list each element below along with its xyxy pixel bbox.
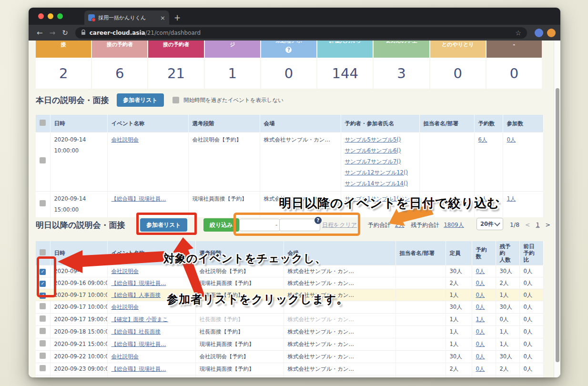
event-datetime: 2020-09-14 10:00:00 (50, 132, 107, 192)
row-checkbox[interactable]: ✓ (40, 281, 46, 287)
remaining-count: 0人 (496, 314, 519, 326)
event-name-link[interactable]: 【総合職】社長面接 (112, 328, 161, 335)
stat-card-header: - (487, 41, 542, 58)
event-datetime: 2020-09-16 09:00:00 (50, 277, 107, 289)
column-header: 前日 予約比 (519, 241, 543, 265)
selection-stage: 会社説明会【予約】 (188, 132, 260, 192)
reserved-count-link[interactable]: 6人 (478, 136, 487, 143)
selection-stage: 会社説明会【予約】 (195, 265, 284, 277)
participant-link[interactable]: サンプル7サンプル7() (345, 156, 416, 167)
reserved-count-link[interactable]: 1人 (478, 195, 487, 202)
page-next[interactable]: > (546, 221, 550, 228)
row-checkbox[interactable] (40, 315, 46, 322)
row-checkbox[interactable] (40, 249, 46, 255)
row-checkbox[interactable] (40, 303, 46, 309)
reserved-count-link[interactable]: 0人 (476, 366, 485, 372)
filter-button[interactable]: 絞り込み (203, 218, 239, 232)
profile-avatar[interactable] (535, 29, 543, 37)
event-name-link[interactable]: 【総合職】人事面接 (112, 292, 161, 298)
row-checkbox[interactable] (40, 120, 46, 126)
stat-card-value: 144 (317, 58, 373, 89)
participant-link[interactable]: サンプル5サンプル5() (345, 134, 416, 145)
minimize-window-icon[interactable] (48, 13, 53, 19)
close-window-icon[interactable] (38, 13, 44, 19)
reserved-count-link[interactable]: 1人 (476, 316, 485, 323)
scrollbar-track[interactable] (554, 41, 560, 377)
clear-dates-link[interactable]: 日程をクリア (322, 221, 357, 229)
tab-close-icon[interactable]: × (160, 14, 165, 21)
attended-count-link[interactable]: 0人 (507, 136, 516, 143)
event-name-link[interactable]: 【総合職】現場社員… (112, 341, 166, 347)
event-name-link[interactable]: 【総合職】現場社員… (112, 195, 166, 202)
page-prev[interactable]: < (525, 221, 530, 228)
lock-icon (81, 28, 86, 37)
reserved-total-value[interactable]: 2人 (395, 222, 405, 228)
new-tab-icon[interactable]: + (174, 11, 181, 24)
secondary-avatar[interactable] (547, 29, 556, 37)
participant-link[interactable]: サンプル12サンプル12() (345, 167, 416, 178)
reserved-count-link[interactable]: 0人 (476, 292, 485, 298)
reserved-count-link[interactable]: 0人 (476, 268, 485, 274)
row-checkbox[interactable]: ✓ (40, 269, 46, 275)
url-path: /21/com/dashboard (145, 30, 201, 36)
staff-name (395, 338, 446, 351)
hide-past-events-checkbox[interactable] (172, 97, 179, 103)
row-checkbox[interactable] (40, 353, 46, 359)
reserved-count-link[interactable]: 0人 (476, 328, 485, 335)
page-size-select[interactable]: 20件 (476, 218, 503, 230)
reserved-count-link[interactable]: 0人 (476, 341, 485, 347)
row-checkbox[interactable] (40, 365, 46, 371)
back-icon[interactable]: ← (37, 29, 43, 37)
today-participants-button[interactable]: 参加者リスト (117, 93, 164, 107)
row-checkbox[interactable] (40, 157, 46, 163)
event-name-link[interactable]: 会社説明会 (112, 304, 139, 310)
today-table-head: 日時イベント名称選考段階会場予約者・参加者氏名担当者名/部署予約数参加数 (36, 115, 543, 132)
event-name-link[interactable]: 【確定】面接 小菅まこ (112, 316, 168, 323)
bookmark-star-icon[interactable]: ☆ (515, 29, 521, 37)
day-before-ratio: 0人 (519, 351, 543, 363)
venue: 株式会社サンプル・カン… (284, 289, 395, 301)
row-checkbox[interactable] (40, 200, 46, 206)
stat-card-header: 要対応の学生 (374, 41, 429, 58)
participant-link[interactable]: サンプル6サンプル6() (345, 145, 416, 156)
screenshot-stage: 採用一括かんりくん × + ← → ↻ career-cloud.asia /2… (0, 0, 588, 386)
participant-link[interactable]: サンプル14サンプル14() (345, 178, 416, 189)
event-name-link[interactable]: 【総合職】現場社員… (112, 366, 166, 372)
help-icon[interactable]: ? (285, 47, 292, 53)
page-current[interactable]: 1 (536, 221, 540, 228)
stat-card: -0 (487, 41, 542, 89)
date-from-input[interactable] (239, 219, 280, 231)
browser-tab[interactable]: 採用一括かんりくん × (84, 10, 169, 25)
reserved-count-link[interactable]: 0人 (476, 304, 485, 310)
reserved-count-link[interactable]: 0人 (476, 353, 485, 360)
remaining-count: 1人 (496, 338, 519, 351)
participants-list: サンプル5サンプル5()サンプル6サンプル6()サンプル7サンプル7()サンプル… (341, 132, 419, 192)
event-name-link[interactable]: 会社説明会 (112, 268, 139, 274)
row-checkbox[interactable]: ✓ (40, 293, 46, 299)
row-checkbox[interactable] (40, 340, 46, 346)
row-checkbox[interactable] (40, 328, 46, 334)
participant-link[interactable]: サンプル1サンプル1(サンプル (345, 193, 416, 204)
forward-icon[interactable]: → (50, 29, 56, 37)
maximize-window-icon[interactable] (57, 13, 63, 19)
address-bar[interactable]: career-cloud.asia /21/com/dashboard ☆ (75, 27, 527, 39)
staff-name (395, 376, 446, 378)
upcoming-participants-button[interactable]: 参加者リスト (140, 218, 187, 232)
venue: 株式会社サンプル・カン… (284, 265, 395, 277)
event-name-link[interactable]: 【総合職】現場社員… (112, 280, 166, 286)
capacity: 30人 (446, 301, 472, 314)
remaining-total-value[interactable]: 1809人 (444, 222, 464, 228)
staff-name (395, 351, 446, 363)
upcoming-events-table: 日時イベント名称選考段階会場担当者名/部署定員予約数残予約 人数前日 予約比 ✓… (36, 241, 544, 377)
reload-icon[interactable]: ↻ (62, 29, 68, 37)
capacity: 1人 (446, 326, 472, 338)
day-before-ratio: 0人 (519, 326, 543, 338)
reserved-count-link[interactable]: 0人 (476, 280, 485, 286)
event-name-link[interactable]: 会社説明会 (112, 136, 139, 143)
staff-name (395, 363, 446, 376)
attended-count-link[interactable]: 1人 (507, 195, 516, 202)
page-size-value: 20件 (480, 221, 494, 228)
help-icon[interactable]: ? (314, 217, 322, 224)
event-name-link[interactable]: 会社説明会 (112, 353, 139, 360)
scrollbar-thumb[interactable] (556, 88, 559, 362)
